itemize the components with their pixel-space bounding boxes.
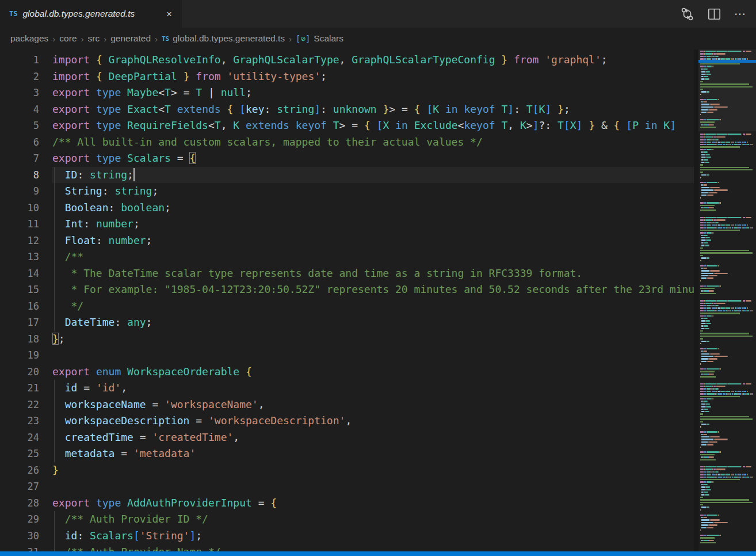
line-number[interactable]: 4 [0, 101, 52, 118]
line-number[interactable]: 28 [0, 495, 52, 512]
breadcrumb-label: generated [110, 33, 151, 44]
indent-guide [54, 281, 55, 298]
breadcrumb-item-core[interactable]: core [59, 33, 77, 44]
line-number[interactable]: 5 [0, 117, 52, 134]
code-line[interactable] [52, 347, 694, 364]
breadcrumb: packages›core›src›generated›TSglobal.db.… [0, 28, 756, 49]
code-line[interactable]: export type AddAuthProviderInput = { [52, 495, 694, 512]
code-editor[interactable]: 1234567891011121314151617181920212223242… [0, 49, 756, 551]
code-line[interactable]: export type Scalars = { [52, 150, 694, 167]
line-number[interactable]: 29 [0, 511, 52, 528]
code-line[interactable]: ID: string; [52, 167, 694, 184]
line-number[interactable]: 26 [0, 462, 52, 479]
breadcrumb-item-global-db-types-generated-ts[interactable]: TSglobal.db.types.generated.ts [162, 33, 285, 44]
code-line[interactable]: * The DateTime scalar type represents da… [52, 265, 694, 282]
line-number[interactable]: 15 [0, 281, 52, 298]
line-number[interactable]: 16 [0, 298, 52, 315]
line-number[interactable]: 11 [0, 216, 52, 233]
code-line[interactable]: workspaceName = 'workspaceName', [52, 397, 694, 413]
breadcrumb-item-generated[interactable]: generated [110, 33, 151, 44]
breadcrumb-label: packages [10, 33, 48, 44]
line-number[interactable]: 30 [0, 528, 52, 544]
code-line[interactable]: /** Auth Provider ID */ [52, 511, 694, 528]
line-number[interactable]: 2 [0, 68, 52, 85]
code-line[interactable]: Boolean: boolean; [52, 200, 694, 216]
breadcrumb-separator: › [52, 34, 55, 44]
indent-guide [54, 249, 55, 265]
tab-title: global.db.types.generated.ts [22, 9, 135, 19]
code-line[interactable]: createdTime = 'createdTime', [52, 429, 694, 446]
indent-guide [54, 397, 55, 413]
code-line[interactable]: id = 'id', [52, 380, 694, 397]
breadcrumb-separator: › [81, 34, 84, 44]
indent-guide [54, 167, 55, 184]
gutter[interactable]: 1234567891011121314151617181920212223242… [0, 49, 52, 551]
indent-guide [54, 413, 55, 429]
line-number[interactable]: 8 [0, 167, 52, 184]
code-line[interactable]: /** Auth Provider Name */ [52, 544, 694, 551]
breadcrumb-label: core [59, 33, 77, 44]
breadcrumb-separator: › [104, 34, 106, 44]
line-number[interactable]: 9 [0, 183, 52, 200]
more-actions-icon[interactable]: ⋯ [734, 8, 747, 20]
line-number[interactable]: 7 [0, 150, 52, 167]
code-line[interactable]: } [52, 462, 694, 479]
line-number[interactable]: 6 [0, 134, 52, 151]
code-line[interactable]: export type Maybe<T> = T | null; [52, 85, 694, 101]
line-number[interactable]: 13 [0, 249, 52, 265]
breadcrumb-item-packages[interactable]: packages [10, 33, 48, 44]
status-bar [0, 551, 756, 556]
line-number[interactable]: 3 [0, 85, 52, 101]
line-number[interactable]: 20 [0, 364, 52, 380]
code-line[interactable]: Int: number; [52, 216, 694, 233]
breadcrumb-item-scalars[interactable]: [⊘]Scalars [296, 33, 343, 44]
line-number[interactable]: 10 [0, 200, 52, 216]
vscode-window: TS global.db.types.generated.ts × [0, 0, 756, 556]
line-number[interactable]: 25 [0, 445, 52, 462]
line-number[interactable]: 18 [0, 331, 52, 348]
code-line[interactable]: export type RequireFields<T, K extends k… [52, 117, 694, 134]
symbol-type-icon: [⊘] [296, 34, 310, 43]
indent-guide [54, 216, 55, 233]
code-lines[interactable]: import { GraphQLResolveInfo, GraphQLScal… [52, 49, 694, 551]
code-line[interactable]: }; [52, 331, 694, 348]
indent-guide [54, 528, 55, 544]
line-number[interactable]: 12 [0, 233, 52, 249]
breadcrumb-item-src[interactable]: src [88, 33, 100, 44]
line-number[interactable]: 31 [0, 544, 52, 551]
minimap-current-line [698, 60, 756, 63]
code-line[interactable]: Float: number; [52, 233, 694, 249]
indent-guide [54, 314, 55, 331]
code-line[interactable]: import { DeepPartial } from 'utility-typ… [52, 68, 694, 85]
code-line[interactable]: /** [52, 249, 694, 265]
code-line[interactable]: DateTime: any; [52, 314, 694, 331]
indent-guide [54, 544, 55, 551]
line-number[interactable]: 23 [0, 413, 52, 429]
code-line[interactable]: workspaceDescription = 'workspaceDescrip… [52, 413, 694, 429]
code-line[interactable]: String: string; [52, 183, 694, 200]
code-line[interactable]: metadata = 'metadata' [52, 445, 694, 462]
code-line[interactable] [52, 478, 694, 495]
typescript-file-icon: TS [9, 10, 17, 18]
code-line[interactable]: id: Scalars['String']; [52, 528, 694, 544]
line-number[interactable]: 24 [0, 429, 52, 446]
tab-close-icon[interactable]: × [163, 8, 175, 20]
split-editor-icon[interactable] [707, 7, 721, 21]
line-number[interactable]: 22 [0, 397, 52, 413]
code-line[interactable]: * For example: "1985-04-12T23:20:50.52Z"… [52, 281, 694, 298]
line-number[interactable]: 21 [0, 380, 52, 397]
line-number[interactable]: 1 [0, 52, 52, 68]
code-line[interactable]: export type Exact<T extends { [key: stri… [52, 101, 694, 118]
compare-changes-icon[interactable] [680, 7, 694, 21]
code-line[interactable]: /** All built-in and custom scalars, map… [52, 134, 694, 151]
line-number[interactable]: 19 [0, 347, 52, 364]
line-number[interactable]: 17 [0, 314, 52, 331]
line-number[interactable]: 27 [0, 478, 52, 495]
line-number[interactable]: 14 [0, 265, 52, 282]
tab-global-db-types[interactable]: TS global.db.types.generated.ts × [0, 0, 182, 28]
minimap-gutter [694, 49, 756, 551]
minimap[interactable] [698, 49, 756, 551]
code-line[interactable]: */ [52, 298, 694, 315]
code-line[interactable]: export enum WorkspaceOrderable { [52, 364, 694, 380]
code-line[interactable]: import { GraphQLResolveInfo, GraphQLScal… [52, 52, 694, 68]
